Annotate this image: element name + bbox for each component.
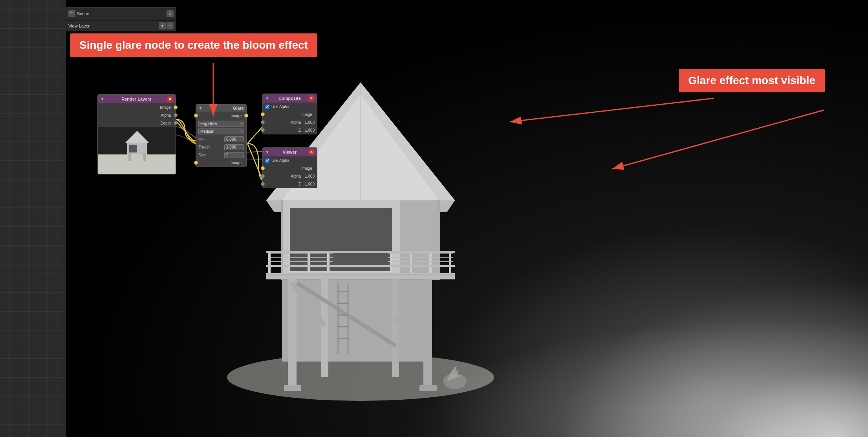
svg-rect-17 bbox=[327, 252, 330, 273]
glare-quality-field[interactable]: Medium ▾ bbox=[196, 127, 246, 135]
render-viewport: ▼ Render Layers ✕ Image Alpha Depth bbox=[66, 0, 868, 437]
composite-close[interactable]: ✕ bbox=[308, 95, 315, 101]
scene-icon: 🎬 bbox=[68, 10, 75, 17]
svg-rect-26 bbox=[268, 261, 333, 262]
composite-z-value: 1.000 bbox=[305, 128, 315, 132]
svg-rect-10 bbox=[438, 200, 440, 280]
viewer-node[interactable]: ▼ Viewer ✕ Use Alpha Image Alpha 1.000 Z… bbox=[262, 147, 317, 188]
svg-line-49 bbox=[247, 143, 262, 180]
collapse-triangle: ▼ bbox=[100, 97, 104, 101]
svg-rect-15 bbox=[288, 252, 290, 273]
glare-output-row: Image bbox=[196, 159, 246, 167]
svg-rect-22 bbox=[266, 251, 455, 253]
svg-rect-55 bbox=[128, 153, 131, 161]
svg-rect-27 bbox=[388, 253, 453, 254]
glare-type-field[interactable]: Fog Glow ▾ bbox=[196, 119, 246, 127]
view-layer-arrow[interactable]: ▾ bbox=[159, 22, 166, 29]
svg-rect-16 bbox=[308, 252, 310, 273]
depth-socket-out[interactable] bbox=[174, 121, 178, 125]
render-layers-depth-row: Depth bbox=[98, 119, 176, 127]
mix-label: Mix bbox=[198, 137, 224, 141]
glare-title: Glare bbox=[233, 106, 244, 110]
scene-name: Scene bbox=[77, 11, 165, 16]
svg-rect-24 bbox=[268, 253, 333, 254]
svg-rect-39 bbox=[337, 291, 349, 292]
glare-image-label: Image bbox=[231, 114, 242, 118]
view-layer-name: View Layer bbox=[68, 24, 157, 28]
alpha-socket-out[interactable] bbox=[174, 113, 178, 117]
svg-line-47 bbox=[174, 119, 196, 143]
viewer-image-socket[interactable] bbox=[261, 166, 265, 170]
dropdown-arrow-2: ▾ bbox=[240, 130, 242, 133]
viewer-use-alpha[interactable]: Use Alpha bbox=[263, 156, 317, 164]
image-socket-out[interactable] bbox=[174, 105, 178, 109]
svg-rect-43 bbox=[337, 338, 349, 339]
glare-image-out[interactable] bbox=[244, 114, 248, 118]
scene-remove-btn[interactable]: ✕ bbox=[167, 10, 174, 17]
view-layer-controls: ▾ + bbox=[159, 22, 174, 29]
glare-type-value: Fog Glow ▾ bbox=[198, 121, 244, 127]
image-label: Image bbox=[160, 105, 171, 110]
glare-header: ▼ Glare bbox=[196, 105, 246, 112]
svg-rect-23 bbox=[266, 265, 455, 267]
glare-size-field: Size 9 bbox=[196, 151, 246, 159]
viewer-close[interactable]: ✕ bbox=[308, 149, 315, 155]
render-layers-image-row: Image bbox=[98, 103, 176, 111]
svg-rect-30 bbox=[288, 279, 297, 389]
svg-rect-32 bbox=[321, 279, 328, 377]
composite-alpha-socket[interactable] bbox=[261, 120, 265, 124]
composite-node[interactable]: ▼ Composite ✕ Use Alpha Image Alpha 1.00… bbox=[262, 94, 317, 134]
view-layer-btn[interactable]: + bbox=[167, 22, 174, 29]
alpha-label: Alpha bbox=[161, 113, 171, 118]
node-editor-area: ▼ Render Layers ✕ Image Alpha Depth bbox=[66, 83, 325, 232]
render-layers-header: ▼ Render Layers ✕ bbox=[98, 95, 176, 103]
glare-node[interactable]: ▼ Glare Image Fog Glow ▾ Medium ▾ bbox=[196, 104, 247, 167]
render-layers-close[interactable]: ✕ bbox=[167, 96, 173, 102]
composite-image-in: Image bbox=[263, 110, 317, 118]
glare-bloom-effect bbox=[397, 319, 868, 437]
svg-rect-12 bbox=[266, 273, 455, 279]
composite-z-socket[interactable] bbox=[261, 128, 265, 132]
mix-value[interactable]: 0.000 bbox=[224, 136, 244, 142]
bloom-callout-text: Single glare node to create the bloom ef… bbox=[79, 39, 308, 51]
svg-rect-7 bbox=[400, 200, 439, 279]
svg-rect-51 bbox=[98, 154, 176, 174]
size-value[interactable]: 9 bbox=[224, 152, 244, 158]
svg-rect-37 bbox=[337, 283, 339, 354]
render-layers-node[interactable]: ▼ Render Layers ✕ Image Alpha Depth bbox=[97, 94, 176, 174]
scene-bar: 🎬 Scene ✕ bbox=[66, 7, 176, 20]
left-panel bbox=[0, 0, 66, 437]
viewer-alpha-value: 1.000 bbox=[305, 174, 315, 178]
viewer-alpha-label: Use Alpha bbox=[271, 158, 289, 163]
composite-use-alpha[interactable]: Use Alpha bbox=[263, 103, 317, 110]
composite-title: Composite bbox=[278, 96, 301, 101]
size-label: Size bbox=[198, 153, 224, 157]
viewer-header: ▼ Viewer ✕ bbox=[263, 148, 317, 156]
composite-alpha-in: Alpha 1.000 bbox=[263, 118, 317, 126]
composite-image-socket[interactable] bbox=[261, 112, 265, 116]
composite-alpha-value: 1.000 bbox=[305, 120, 315, 125]
thresh-value[interactable]: 1.000 bbox=[224, 144, 244, 150]
glare-out-left-socket[interactable] bbox=[194, 161, 198, 165]
use-alpha-label: Use Alpha bbox=[271, 105, 289, 109]
viewer-title: Viewer bbox=[283, 150, 297, 154]
svg-rect-28 bbox=[388, 257, 453, 258]
render-preview bbox=[98, 127, 176, 174]
viewer-z-in: Z 1.000 bbox=[263, 180, 317, 188]
svg-rect-41 bbox=[337, 314, 349, 316]
glare-mix-field: Mix 0.000 bbox=[196, 135, 246, 143]
glare-quality-value: Medium ▾ bbox=[198, 129, 244, 134]
glare-image-in[interactable] bbox=[194, 114, 198, 118]
svg-rect-18 bbox=[390, 252, 392, 273]
viewer-z-socket[interactable] bbox=[261, 182, 265, 186]
view-layer-bar: View Layer ▾ + bbox=[66, 20, 176, 31]
svg-rect-19 bbox=[410, 252, 412, 273]
svg-rect-56 bbox=[143, 153, 146, 161]
use-alpha-checkbox[interactable] bbox=[265, 105, 269, 109]
svg-rect-20 bbox=[429, 252, 432, 273]
svg-rect-29 bbox=[388, 261, 453, 262]
glare-collapse: ▼ bbox=[198, 106, 203, 110]
render-layers-alpha-row: Alpha bbox=[98, 111, 176, 119]
viewer-alpha-checkbox[interactable] bbox=[265, 158, 269, 163]
viewer-alpha-socket[interactable] bbox=[261, 174, 265, 178]
